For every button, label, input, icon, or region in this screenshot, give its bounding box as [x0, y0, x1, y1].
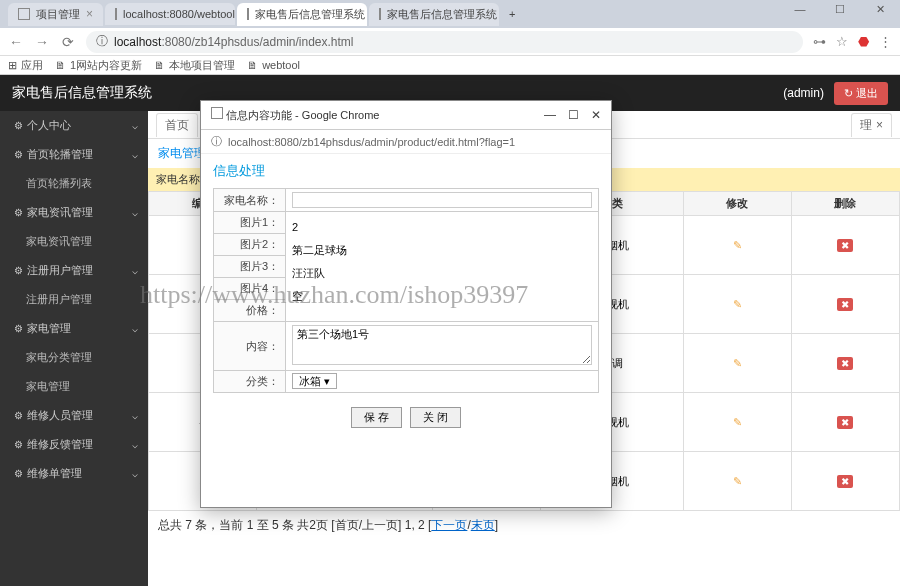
win-min[interactable]: —	[780, 0, 820, 18]
field-value: 空	[292, 285, 592, 308]
tab-current[interactable]: 理 ×	[851, 113, 892, 137]
browser-tab[interactable]: localhost:8080/webtool/all/in×	[105, 3, 235, 25]
page-icon	[115, 8, 117, 20]
back-icon[interactable]: ←	[8, 34, 24, 50]
chevron-down-icon: ⌵	[132, 207, 138, 218]
label-name: 家电名称：	[214, 189, 286, 212]
edit-icon[interactable]: ✎	[733, 475, 742, 487]
app-title: 家电售后信息管理系统	[12, 84, 152, 102]
reload-icon[interactable]: ⟳	[60, 34, 76, 50]
gear-icon: ⚙	[14, 120, 23, 131]
popup-titlebar[interactable]: 信息内容功能 - Google Chrome — ☐ ✕	[201, 101, 611, 130]
column-header: 修改	[683, 192, 791, 216]
edit-icon[interactable]: ✎	[733, 416, 742, 428]
sidebar-item[interactable]: ⚙首页轮播管理⌵	[0, 140, 148, 169]
page-icon	[211, 107, 223, 119]
new-tab-button[interactable]: +	[501, 4, 523, 24]
chevron-down-icon: ⌵	[132, 439, 138, 450]
form-table: 家电名称： 图片1： 2 第二足球场 汪汪队 空 图片2： 图片3： 图片4： …	[213, 188, 599, 393]
window-controls: — ☐ ✕	[780, 0, 900, 18]
sidebar-item[interactable]: ⚙家电管理⌵	[0, 314, 148, 343]
bookmark-item[interactable]: 🗎 本地项目管理	[154, 58, 235, 73]
chevron-down-icon: ⌵	[132, 410, 138, 421]
bookmark-bar: ⊞ 应用 🗎 1网站内容更新 🗎 本地项目管理 🗎 webtool	[0, 56, 900, 75]
browser-actions: ⊶ ☆ ⬣ ⋮	[813, 34, 892, 49]
info-icon: ⓘ	[96, 33, 108, 50]
chevron-down-icon: ⌵	[132, 120, 138, 131]
save-button[interactable]: 保 存	[351, 407, 402, 428]
sidebar-item[interactable]: ⚙维修单管理⌵	[0, 459, 148, 488]
column-header: 删除	[791, 192, 899, 216]
sidebar-subitem[interactable]: 注册用户管理	[0, 285, 148, 314]
current-user: (admin)	[783, 86, 824, 100]
gear-icon: ⚙	[14, 468, 23, 479]
apps-button[interactable]: ⊞ 应用	[8, 58, 43, 73]
popup-close[interactable]: ✕	[591, 108, 601, 122]
forward-icon[interactable]: →	[34, 34, 50, 50]
sidebar-subitem[interactable]: 家电分类管理	[0, 343, 148, 372]
gear-icon: ⚙	[14, 265, 23, 276]
page-icon	[379, 8, 381, 20]
gear-icon: ⚙	[14, 207, 23, 218]
label-pic1: 图片1：	[214, 212, 286, 234]
delete-icon[interactable]: ✖	[837, 239, 853, 252]
url-bar[interactable]: ⓘ localhost:8080/zb14phsdus/admin/index.…	[86, 31, 803, 53]
sidebar-item[interactable]: ⚙家电资讯管理⌵	[0, 198, 148, 227]
close-icon[interactable]: ×	[876, 118, 883, 132]
bookmark-item[interactable]: 🗎 webtool	[247, 59, 300, 71]
close-button[interactable]: 关 闭	[410, 407, 461, 428]
label-pic2: 图片2：	[214, 234, 286, 256]
gear-icon: ⚙	[14, 410, 23, 421]
label-cat: 分类：	[214, 371, 286, 393]
input-content[interactable]: 第三个场地1号	[292, 325, 592, 365]
pager: 总共 7 条，当前 1 至 5 条 共2页 [首页/上一页] 1, 2 [下一页…	[148, 511, 900, 540]
popup-min[interactable]: —	[544, 108, 556, 122]
logout-icon: ↻	[844, 87, 853, 99]
logout-button[interactable]: ↻ 退出	[834, 82, 888, 105]
ext-icon[interactable]: ⬣	[858, 34, 869, 49]
win-close[interactable]: ✕	[860, 0, 900, 18]
browser-tab[interactable]: 家电售后信息管理系统×	[369, 3, 499, 26]
tab-home[interactable]: 首页	[156, 113, 198, 137]
menu-icon[interactable]: ⋮	[879, 34, 892, 49]
delete-icon[interactable]: ✖	[837, 475, 853, 488]
sidebar-item[interactable]: ⚙个人中心⌵	[0, 111, 148, 140]
key-icon[interactable]: ⊶	[813, 34, 826, 49]
popup-url-bar[interactable]: ⓘ localhost:8080/zb14phsdus/admin/produc…	[201, 130, 611, 154]
address-bar-row: ← → ⟳ ⓘ localhost:8080/zb14phsdus/admin/…	[0, 28, 900, 56]
last-page-link[interactable]: 末页	[471, 518, 495, 532]
field-value: 汪汪队	[292, 262, 592, 285]
edit-icon[interactable]: ✎	[733, 239, 742, 251]
select-category[interactable]: 冰箱 ▾	[292, 373, 337, 389]
gear-icon: ⚙	[14, 323, 23, 334]
delete-icon[interactable]: ✖	[837, 416, 853, 429]
sidebar-item[interactable]: ⚙注册用户管理⌵	[0, 256, 148, 285]
browser-tab[interactable]: 家电售后信息管理系统×	[237, 3, 367, 26]
win-max[interactable]: ☐	[820, 0, 860, 18]
tab-strip: 项目管理× localhost:8080/webtool/all/in× 家电售…	[0, 0, 900, 28]
input-name[interactable]	[292, 192, 592, 208]
popup-max[interactable]: ☐	[568, 108, 579, 122]
close-icon[interactable]: ×	[86, 7, 93, 21]
delete-icon[interactable]: ✖	[837, 298, 853, 311]
info-icon: ⓘ	[211, 134, 222, 149]
browser-chrome: — ☐ ✕ 项目管理× localhost:8080/webtool/all/i…	[0, 0, 900, 75]
sidebar-subitem[interactable]: 家电管理	[0, 372, 148, 401]
sidebar-subitem[interactable]: 首页轮播列表	[0, 169, 148, 198]
popup-window: 信息内容功能 - Google Chrome — ☐ ✕ ⓘ localhost…	[200, 100, 612, 508]
delete-icon[interactable]: ✖	[837, 357, 853, 370]
label-pic4: 图片4：	[214, 278, 286, 300]
sidebar: ⚙个人中心⌵⚙首页轮播管理⌵首页轮播列表⚙家电资讯管理⌵家电资讯管理⚙注册用户管…	[0, 111, 148, 586]
sidebar-subitem[interactable]: 家电资讯管理	[0, 227, 148, 256]
sidebar-item[interactable]: ⚙维修反馈管理⌵	[0, 430, 148, 459]
page-icon	[247, 8, 249, 20]
star-icon[interactable]: ☆	[836, 34, 848, 49]
bookmark-item[interactable]: 🗎 1网站内容更新	[55, 58, 142, 73]
edit-icon[interactable]: ✎	[733, 357, 742, 369]
next-page-link[interactable]: 下一页	[431, 518, 467, 532]
browser-tab[interactable]: 项目管理×	[8, 3, 103, 26]
edit-icon[interactable]: ✎	[733, 298, 742, 310]
gear-icon: ⚙	[14, 439, 23, 450]
sidebar-item[interactable]: ⚙维修人员管理⌵	[0, 401, 148, 430]
popup-heading: 信息处理	[213, 162, 599, 180]
